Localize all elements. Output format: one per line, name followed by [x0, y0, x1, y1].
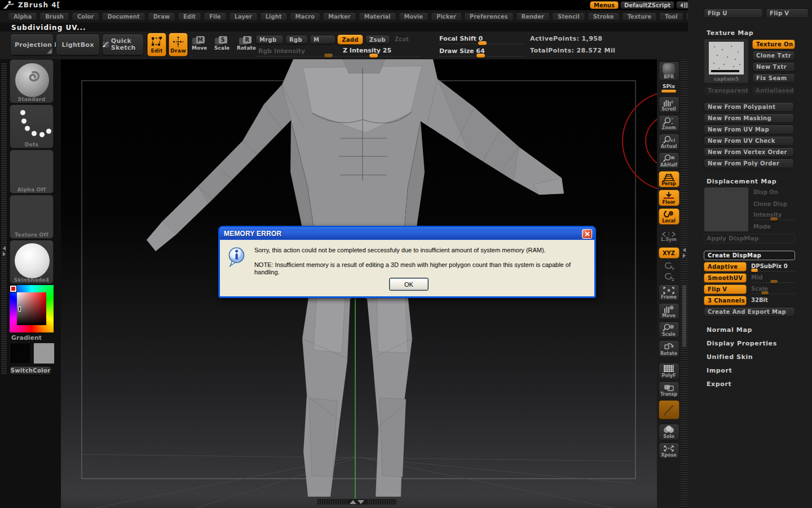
bpr-button[interactable]: BPR — [659, 62, 679, 81]
z-intensity-slider[interactable] — [342, 55, 421, 56]
menus-button[interactable]: Menus — [590, 1, 619, 9]
move-button[interactable]: M Move — [192, 36, 207, 51]
mrgb-button[interactable]: Mrgb — [255, 35, 284, 44]
stroke-type-button[interactable]: Dots — [10, 104, 54, 148]
gradient-label[interactable]: Gradient — [11, 334, 58, 341]
fix-seam-button[interactable]: Fix Seam — [752, 73, 795, 83]
tool-scroll-button[interactable]: Scroll — [659, 97, 679, 113]
dialog-title-bar[interactable]: MEMORY ERROR — [220, 227, 594, 240]
smoothuv-button[interactable]: SmoothUV — [704, 273, 747, 283]
flip-u-button[interactable]: Flip U — [704, 8, 763, 18]
tool-aahalf-button[interactable]: AAHalf — [659, 152, 679, 169]
new-txtr-button[interactable]: New Txtr — [752, 62, 795, 72]
new-from-uv-check-button[interactable]: New From UV Check — [704, 136, 794, 146]
antialiased-button[interactable]: Antialiased — [752, 86, 795, 95]
menu-texture[interactable]: Texture — [622, 12, 657, 21]
disp-mode-button[interactable]: Mode — [753, 224, 771, 230]
flip-v-button[interactable]: Flip V — [766, 8, 809, 18]
unified-skin-section[interactable]: Unified Skin — [707, 353, 753, 361]
secondary-color-swatch[interactable] — [33, 343, 55, 364]
polyframe-button[interactable]: PolyF — [659, 363, 679, 379]
material-button[interactable]: SkinShade4 — [10, 240, 54, 284]
menu-light[interactable]: Light — [260, 12, 288, 21]
right-tray-divider[interactable] — [681, 59, 688, 508]
rotate-button[interactable]: R Rotate — [237, 36, 256, 51]
transparency-button[interactable]: Transp — [659, 382, 679, 398]
new-from-vertex-order-button[interactable]: New From Vertex Order — [704, 147, 794, 157]
export-section[interactable]: Export — [707, 380, 731, 388]
menu-document[interactable]: Document — [102, 12, 145, 21]
texture-on-button[interactable]: Texture On — [752, 40, 795, 49]
switch-color-button[interactable]: SwitchColor — [10, 366, 51, 375]
texture-map-header[interactable]: Texture Map — [707, 29, 753, 37]
menu-stroke[interactable]: Stroke — [588, 12, 620, 21]
new-from-polypaint-button[interactable]: New From Polypaint — [704, 102, 794, 112]
displacement-thumbnail[interactable] — [704, 187, 749, 232]
menu-preferences[interactable]: Preferences — [464, 12, 514, 21]
menu-brush[interactable]: Brush — [39, 12, 69, 21]
mid-slider-label[interactable]: Mid — [751, 274, 763, 281]
spix-slider[interactable]: SPix — [659, 83, 679, 93]
disp-intensity-slider-handle[interactable] — [770, 217, 778, 221]
zsub-button[interactable]: Zsub — [365, 35, 390, 44]
tool-zoom-button[interactable]: Zoom — [659, 115, 679, 132]
disp-scale-slider-handle[interactable] — [761, 291, 769, 295]
right-tray-scrollbar[interactable] — [682, 285, 686, 347]
canvas-scale-button[interactable]: Scale — [659, 322, 679, 338]
dialog-ok-button[interactable]: OK — [389, 278, 429, 291]
dpsubpix-slider-handle[interactable] — [751, 269, 758, 272]
projection-master-button[interactable]: Projection Master — [10, 34, 54, 55]
left-tray-divider[interactable] — [1, 63, 7, 375]
displacement-map-header[interactable]: Displacement Map — [707, 178, 776, 185]
disp-on-button[interactable]: Disp On — [753, 189, 778, 195]
color-picker[interactable] — [10, 285, 54, 332]
create-and-export-map-button[interactable]: Create And Export Map — [704, 307, 795, 317]
dialog-close-button[interactable] — [582, 229, 592, 239]
lightbox-button[interactable]: LightBox — [56, 34, 100, 55]
menu-tool[interactable]: Tool — [659, 12, 683, 21]
disp-flip-v-button[interactable]: Flip V — [704, 284, 747, 294]
display-properties-section[interactable]: Display Properties — [707, 340, 777, 347]
adaptive-button[interactable]: Adaptive — [704, 262, 747, 271]
menu-draw[interactable]: Draw — [148, 12, 175, 21]
new-from-masking-button[interactable]: New From Masking — [704, 113, 794, 123]
spix-slider-handle[interactable] — [661, 90, 676, 93]
xyz-button[interactable]: XYZ — [659, 247, 679, 259]
z-intensity-slider-handle[interactable] — [369, 54, 378, 58]
zadd-button[interactable]: Zadd — [337, 34, 363, 45]
menu-layer[interactable]: Layer — [229, 12, 258, 21]
draw-size-slider-handle[interactable] — [476, 54, 485, 58]
channels-button[interactable]: 3 Channels — [704, 296, 747, 305]
bottom-tray-divider[interactable] — [317, 499, 396, 505]
menu-material[interactable]: Material — [359, 12, 396, 21]
new-from-poly-order-button[interactable]: New From Poly Order — [704, 159, 794, 168]
import-section[interactable]: Import — [707, 367, 732, 374]
transparent-button[interactable]: Transparent — [704, 86, 749, 95]
menu-file[interactable]: File — [204, 12, 226, 21]
menu-picker[interactable]: Picker — [431, 12, 462, 21]
default-zscript-button[interactable]: DefaultZScript — [620, 1, 674, 9]
menu-alpha[interactable]: Alpha — [8, 12, 37, 21]
floor-button[interactable]: Floor — [659, 190, 679, 206]
create-dispmap-button[interactable]: Create DispMap — [704, 251, 795, 260]
main-color-swatch[interactable] — [10, 343, 31, 364]
mid-slider-handle[interactable] — [770, 280, 778, 283]
scale-button[interactable]: S Scale — [214, 36, 230, 51]
rotate-y-button[interactable]: Y — [659, 261, 679, 271]
zcut-button[interactable]: Zcut — [395, 36, 409, 42]
menu-stencil[interactable]: Stencil — [552, 12, 585, 21]
menu-edit[interactable]: Edit — [178, 12, 201, 21]
m-button[interactable]: M — [310, 35, 336, 44]
clone-disp-button[interactable]: Clone Disp — [753, 201, 787, 207]
rgb-intensity-slider-handle[interactable] — [324, 54, 333, 58]
focal-shift-slider-handle[interactable] — [478, 41, 487, 45]
canvas-move-button[interactable]: Move — [659, 303, 679, 319]
quick-sketch-button[interactable]: Quick Sketch — [102, 34, 144, 55]
canvas-rotate-button[interactable]: Rotate — [659, 340, 679, 357]
color-cursor[interactable] — [19, 306, 21, 312]
disp-scale-slider[interactable] — [751, 293, 795, 294]
local-button[interactable]: Local — [659, 208, 679, 225]
normal-map-section[interactable]: Normal Map — [707, 326, 752, 334]
lsym-button[interactable]: L.Sym — [659, 230, 679, 243]
ghost-button[interactable] — [659, 400, 679, 419]
